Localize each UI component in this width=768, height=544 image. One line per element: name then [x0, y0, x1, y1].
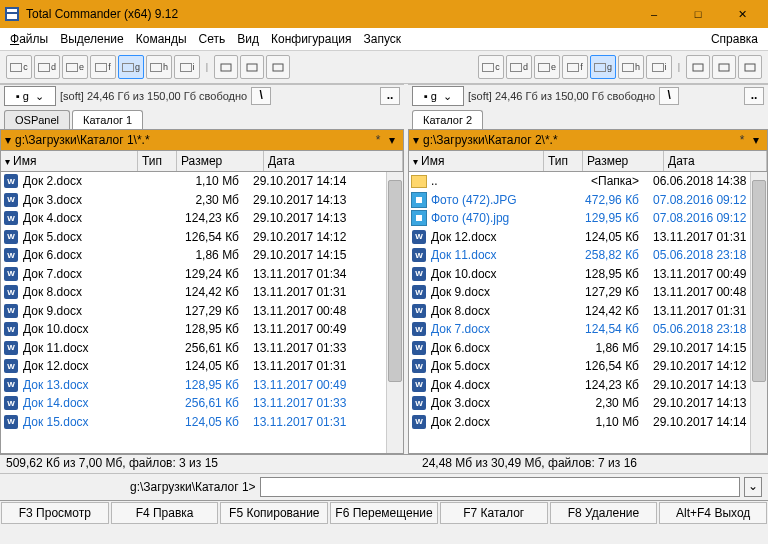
left-file-row[interactable]: WДок 4.docx124,23 Кб29.10.2017 14:13 — [1, 209, 403, 228]
right-file-row[interactable]: WДок 2.docx1,10 Мб29.10.2017 14:14 — [409, 413, 767, 432]
left-tab-1[interactable]: Каталог 1 — [72, 110, 143, 129]
left-col-name[interactable]: ▾Имя — [1, 151, 138, 171]
left-file-row[interactable]: WДок 3.docx2,30 Мб29.10.2017 14:13 — [1, 191, 403, 210]
left-drive-d-button[interactable]: d — [34, 55, 60, 79]
file-date: 13.11.2017 00:48 — [249, 304, 403, 318]
right-col-size[interactable]: Размер — [583, 151, 664, 171]
right-file-row[interactable]: WДок 10.docx128,95 Кб13.11.2017 00:49 — [409, 265, 767, 284]
left-file-row[interactable]: WДок 15.docx124,05 Кб13.11.2017 01:31 — [1, 413, 403, 432]
right-file-row[interactable]: WДок 8.docx124,42 Кб13.11.2017 01:31 — [409, 302, 767, 321]
right-file-row[interactable]: WДок 11.docx258,82 Кб05.06.2018 23:18 — [409, 246, 767, 265]
menu-start[interactable]: Запуск — [358, 30, 408, 48]
left-drive-e-button[interactable]: e — [62, 55, 88, 79]
left-drive-i-button[interactable]: i — [174, 55, 200, 79]
left-briefcase-icon[interactable] — [214, 55, 238, 79]
f3-button[interactable]: F3 Просмотр — [1, 502, 109, 524]
left-drive-c-button[interactable]: c — [6, 55, 32, 79]
left-file-row[interactable]: WДок 12.docx124,05 Кб13.11.2017 01:31 — [1, 357, 403, 376]
left-parent-button[interactable]: .. — [380, 87, 400, 105]
close-button[interactable]: ✕ — [720, 0, 764, 28]
left-tab-0[interactable]: OSPanel — [4, 110, 70, 129]
right-file-row[interactable]: Фото (472).JPG472,96 Кб07.08.2016 09:12 — [409, 191, 767, 210]
left-col-size[interactable]: Размер — [177, 151, 264, 171]
right-path-dropdown-icon[interactable]: ▾ — [413, 133, 419, 147]
right-drive-h-button[interactable]: h — [618, 55, 644, 79]
menu-help[interactable]: Справка — [705, 30, 764, 48]
menu-net[interactable]: Сеть — [193, 30, 232, 48]
left-drive-h-button[interactable]: h — [146, 55, 172, 79]
menu-config[interactable]: Конфигурация — [265, 30, 358, 48]
right-drive-select[interactable]: ▪ g ⌄ — [412, 86, 464, 106]
f7-button[interactable]: F7 Каталог — [440, 502, 548, 524]
left-file-row[interactable]: WДок 2.docx1,10 Мб29.10.2017 14:14 — [1, 172, 403, 191]
left-path-dropdown-icon[interactable]: ▾ — [5, 133, 11, 147]
right-drive-g-button[interactable]: g — [590, 55, 616, 79]
left-file-row[interactable]: WДок 9.docx127,29 Кб13.11.2017 00:48 — [1, 302, 403, 321]
right-file-row[interactable]: ..<Папка>06.06.2018 14:38 — [409, 172, 767, 191]
right-path[interactable]: g:\Загрузки\Каталог 2\*.* — [423, 133, 558, 147]
menu-select[interactable]: Выделение — [54, 30, 130, 48]
right-drive-e-button[interactable]: e — [534, 55, 560, 79]
left-file-row[interactable]: WДок 5.docx126,54 Кб29.10.2017 14:12 — [1, 228, 403, 247]
left-root-button[interactable]: \ — [251, 87, 271, 105]
right-file-row[interactable]: WДок 7.docx124,54 Кб05.06.2018 23:18 — [409, 320, 767, 339]
left-favorites-button[interactable]: * — [371, 133, 385, 147]
left-drive-select[interactable]: ▪ g ⌄ — [4, 86, 56, 106]
right-parent-button[interactable]: .. — [744, 87, 764, 105]
minimize-button[interactable]: – — [632, 0, 676, 28]
right-drive-f-button[interactable]: f — [562, 55, 588, 79]
right-drive-d-button[interactable]: d — [506, 55, 532, 79]
left-history-button[interactable]: ▾ — [385, 133, 399, 147]
right-col-date[interactable]: Дата — [664, 151, 767, 171]
command-input[interactable] — [260, 477, 740, 497]
left-file-row[interactable]: WДок 10.docx128,95 Кб13.11.2017 00:49 — [1, 320, 403, 339]
right-file-row[interactable]: WДок 6.docx1,86 Мб29.10.2017 14:15 — [409, 339, 767, 358]
menu-bar: Файлы Выделение Команды Сеть Вид Конфигу… — [0, 28, 768, 51]
left-col-type[interactable]: Тип — [138, 151, 177, 171]
right-file-row[interactable]: WДок 4.docx124,23 Кб29.10.2017 14:13 — [409, 376, 767, 395]
file-size: 127,29 Кб — [161, 304, 249, 318]
left-file-row[interactable]: WДок 7.docx129,24 Кб13.11.2017 01:34 — [1, 265, 403, 284]
right-file-row[interactable]: WДок 12.docx124,05 Кб13.11.2017 01:31 — [409, 228, 767, 247]
right-drive-c-button[interactable]: c — [478, 55, 504, 79]
left-drive-g-button[interactable]: g — [118, 55, 144, 79]
file-name: Фото (472).JPG — [429, 193, 537, 207]
right-root-button[interactable]: \ — [659, 87, 679, 105]
right-col-name[interactable]: ▾Имя — [409, 151, 544, 171]
left-file-row[interactable]: WДок 11.docx256,61 Кб13.11.2017 01:33 — [1, 339, 403, 358]
f8-button[interactable]: F8 Удаление — [550, 502, 658, 524]
left-history-icon[interactable] — [266, 55, 290, 79]
left-file-row[interactable]: WДок 8.docx124,42 Кб13.11.2017 01:31 — [1, 283, 403, 302]
menu-view[interactable]: Вид — [231, 30, 265, 48]
left-star-icon[interactable] — [240, 55, 264, 79]
menu-commands[interactable]: Команды — [130, 30, 193, 48]
left-drive-f-button[interactable]: f — [90, 55, 116, 79]
command-history-button[interactable]: ⌄ — [744, 477, 762, 497]
left-col-date[interactable]: Дата — [264, 151, 403, 171]
right-file-row[interactable]: WДок 5.docx126,54 Кб29.10.2017 14:12 — [409, 357, 767, 376]
left-file-row[interactable]: WДок 6.docx1,86 Мб29.10.2017 14:15 — [1, 246, 403, 265]
left-scrollbar[interactable] — [386, 172, 403, 453]
right-tab-0[interactable]: Каталог 2 — [412, 110, 483, 129]
right-favorites-button[interactable]: * — [735, 133, 749, 147]
right-history-icon[interactable] — [738, 55, 762, 79]
file-date: 13.11.2017 01:33 — [249, 341, 403, 355]
maximize-button[interactable]: □ — [676, 0, 720, 28]
menu-file[interactable]: Файлы — [4, 30, 54, 48]
right-briefcase-icon[interactable] — [686, 55, 710, 79]
right-history-button[interactable]: ▾ — [749, 133, 763, 147]
right-col-type[interactable]: Тип — [544, 151, 583, 171]
right-file-row[interactable]: WДок 3.docx2,30 Мб29.10.2017 14:13 — [409, 394, 767, 413]
f6-button[interactable]: F6 Перемещение — [330, 502, 438, 524]
right-star-icon[interactable] — [712, 55, 736, 79]
left-path[interactable]: g:\Загрузки\Каталог 1\*.* — [15, 133, 150, 147]
right-drive-i-button[interactable]: i — [646, 55, 672, 79]
left-file-row[interactable]: WДок 14.docx256,61 Кб13.11.2017 01:33 — [1, 394, 403, 413]
left-file-row[interactable]: WДок 13.docx128,95 Кб13.11.2017 00:49 — [1, 376, 403, 395]
right-scrollbar[interactable] — [750, 172, 767, 453]
right-file-row[interactable]: Фото (470).jpg129,95 Кб07.08.2016 09:12 — [409, 209, 767, 228]
f5-button[interactable]: F5 Копирование — [220, 502, 328, 524]
f4-button[interactable]: F4 Правка — [111, 502, 219, 524]
right-file-row[interactable]: WДок 9.docx127,29 Кб13.11.2017 00:48 — [409, 283, 767, 302]
altf4-button[interactable]: Alt+F4 Выход — [659, 502, 767, 524]
